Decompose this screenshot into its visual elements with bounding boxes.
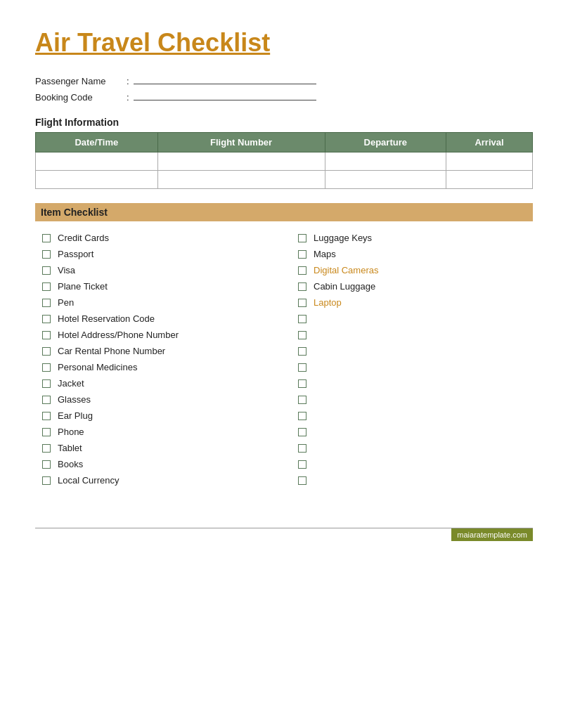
checklist-item-right-5 (291, 311, 533, 327)
checklist-item-left-15: Local Currency (35, 472, 277, 488)
checkbox-icon[interactable] (298, 250, 306, 259)
checklist-item-text: Pen (58, 297, 74, 308)
checklist-item-text: Books (58, 459, 83, 469)
checkbox-icon[interactable] (42, 396, 51, 404)
checklist-item-left-12: Phone (35, 424, 277, 440)
flight-table: Date/Time Flight Number Departure Arriva… (35, 132, 533, 189)
checkbox-icon[interactable] (298, 299, 306, 307)
checklist-item-right-11 (291, 408, 533, 424)
checkbox-icon[interactable] (42, 266, 51, 275)
checklist-item-left-4: Pen (35, 294, 277, 311)
checkbox-icon[interactable] (42, 347, 51, 356)
checklist-item-text: Jacket (58, 378, 84, 389)
checkbox-icon[interactable] (42, 412, 51, 420)
checklist-item-text: Ear Plug (58, 410, 93, 421)
checkbox-icon[interactable] (298, 428, 306, 436)
booking-code-row: Booking Code : (35, 91, 533, 103)
checklist-item-left-6: Hotel Address/Phone Number (35, 327, 277, 343)
checklist-item-text: Passport (58, 249, 93, 259)
checklist-item-right-7 (291, 343, 533, 359)
checkbox-icon[interactable] (42, 444, 51, 453)
checkbox-icon[interactable] (298, 363, 306, 372)
checklist-item-right-3: Cabin Luggage (291, 278, 533, 294)
checkbox-icon[interactable] (42, 331, 51, 339)
col-datetime: Date/Time (36, 133, 158, 152)
checklist-item-text: Personal Medicines (58, 362, 137, 372)
checklist-item-text: Local Currency (58, 475, 119, 486)
checklist-item-right-9 (291, 375, 533, 391)
checklist-item-right-6 (291, 327, 533, 343)
flight-row2-datetime (36, 171, 158, 189)
checklist-item-right-0: Luggage Keys (291, 230, 533, 246)
flight-row1-departure (325, 152, 446, 171)
checklist-item-left-8: Personal Medicines (35, 359, 277, 375)
checkbox-icon[interactable] (298, 444, 306, 453)
checklist-item-text: Car Rental Phone Number (58, 346, 165, 356)
checklist-item-left-5: Hotel Reservation Code (35, 311, 277, 327)
checklist-item-left-9: Jacket (35, 375, 277, 391)
checklist-item-left-10: Glasses (35, 391, 277, 408)
flight-row-1 (36, 152, 533, 171)
checklist-item-text: Tablet (58, 443, 82, 453)
checklist-item-text: Cabin Luggage (314, 281, 375, 292)
flight-row2-departure (325, 171, 446, 189)
checkbox-icon[interactable] (42, 299, 51, 307)
checklist-item-right-2: Digital Cameras (291, 262, 533, 278)
checkbox-icon[interactable] (42, 315, 51, 323)
checkbox-icon[interactable] (42, 379, 51, 388)
col-flightnumber: Flight Number (157, 133, 325, 152)
booking-code-label: Booking Code (35, 92, 127, 103)
checkbox-icon[interactable] (298, 347, 306, 356)
checklist-item-left-3: Plane Ticket (35, 278, 277, 294)
footer: maiaratemplate.com (35, 528, 533, 528)
checklist-item-text: Luggage Keys (314, 233, 372, 243)
checklist-item-right-15 (291, 472, 533, 488)
passenger-colon: : (127, 76, 129, 86)
checkbox-icon[interactable] (42, 428, 51, 436)
checklist-item-text: Hotel Address/Phone Number (58, 330, 179, 340)
checkbox-icon[interactable] (42, 234, 51, 242)
checkbox-icon[interactable] (298, 266, 306, 275)
checklist-item-right-14 (291, 456, 533, 472)
checklist-item-left-1: Passport (35, 246, 277, 262)
checklist-grid: Credit CardsLuggage KeysPassportMapsVisa… (35, 230, 533, 488)
checkbox-icon[interactable] (298, 396, 306, 404)
col-departure: Departure (325, 133, 446, 152)
checkbox-icon[interactable] (298, 282, 306, 291)
checklist-item-right-8 (291, 359, 533, 375)
flight-row1-datetime (36, 152, 158, 171)
checkbox-icon[interactable] (42, 460, 51, 469)
checkbox-icon[interactable] (298, 315, 306, 323)
checkbox-icon[interactable] (42, 476, 51, 485)
checkbox-icon[interactable] (42, 363, 51, 372)
checklist-item-left-7: Car Rental Phone Number (35, 343, 277, 359)
flight-row2-number (157, 171, 325, 189)
checklist-item-text: Plane Ticket (58, 281, 108, 292)
checkbox-icon[interactable] (42, 250, 51, 259)
passenger-name-line (134, 74, 316, 84)
checklist-item-text: Maps (314, 249, 336, 259)
checkbox-icon[interactable] (298, 379, 306, 388)
booking-colon: : (127, 92, 129, 103)
checklist-item-text: Visa (58, 265, 75, 275)
checklist-item-left-0: Credit Cards (35, 230, 277, 246)
passenger-name-row: Passenger Name : (35, 74, 533, 86)
checkbox-icon[interactable] (298, 412, 306, 420)
checklist-item-text: Phone (58, 427, 84, 437)
passenger-name-label: Passenger Name (35, 76, 127, 86)
checklist-item-right-13 (291, 440, 533, 456)
checklist-item-left-13: Tablet (35, 440, 277, 456)
flight-row1-arrival (446, 152, 533, 171)
flight-row2-arrival (446, 171, 533, 189)
checkbox-icon[interactable] (42, 282, 51, 291)
flight-section-title: Flight Information (35, 117, 533, 128)
checkbox-icon[interactable] (298, 460, 306, 469)
checkbox-icon[interactable] (298, 331, 306, 339)
flight-row1-number (157, 152, 325, 171)
checklist-item-text: Hotel Reservation Code (58, 313, 155, 324)
checkbox-icon[interactable] (298, 476, 306, 485)
checklist-header: Item Checklist (35, 203, 533, 221)
footer-brand: maiaratemplate.com (451, 528, 533, 541)
checkbox-icon[interactable] (298, 234, 306, 242)
booking-code-line (134, 91, 316, 100)
